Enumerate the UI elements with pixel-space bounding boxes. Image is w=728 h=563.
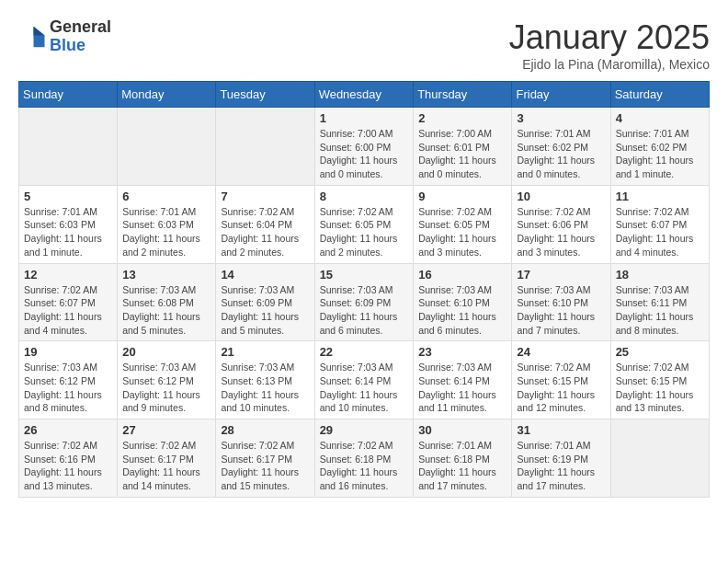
day-number: 13 bbox=[122, 268, 210, 282]
day-info: Sunrise: 7:03 AM Sunset: 6:13 PM Dayligh… bbox=[221, 361, 309, 415]
day-info: Sunrise: 7:01 AM Sunset: 6:02 PM Dayligh… bbox=[616, 127, 704, 181]
day-info: Sunrise: 7:02 AM Sunset: 6:07 PM Dayligh… bbox=[24, 283, 112, 338]
day-info: Sunrise: 7:02 AM Sunset: 6:15 PM Dayligh… bbox=[616, 361, 704, 415]
calendar-title: January 2025 bbox=[509, 18, 710, 57]
day-info: Sunrise: 7:02 AM Sunset: 6:06 PM Dayligh… bbox=[517, 205, 605, 259]
day-number: 27 bbox=[122, 423, 210, 437]
day-number: 14 bbox=[221, 268, 309, 282]
calendar-cell: 18Sunrise: 7:03 AM Sunset: 6:11 PM Dayli… bbox=[610, 263, 709, 341]
calendar-cell: 17Sunrise: 7:03 AM Sunset: 6:10 PM Dayli… bbox=[512, 263, 610, 341]
day-info: Sunrise: 7:02 AM Sunset: 6:05 PM Dayligh… bbox=[418, 205, 506, 259]
day-info: Sunrise: 7:02 AM Sunset: 6:15 PM Dayligh… bbox=[517, 361, 605, 415]
calendar-cell: 24Sunrise: 7:02 AM Sunset: 6:15 PM Dayli… bbox=[512, 341, 610, 419]
calendar-cell: 27Sunrise: 7:02 AM Sunset: 6:17 PM Dayli… bbox=[118, 419, 216, 498]
day-number: 7 bbox=[221, 190, 309, 203]
title-block: January 2025 Ejido la Pina (Maromilla), … bbox=[509, 18, 710, 72]
day-number: 12 bbox=[24, 268, 112, 282]
calendar-cell: 14Sunrise: 7:03 AM Sunset: 6:09 PM Dayli… bbox=[216, 263, 314, 341]
day-number: 2 bbox=[418, 111, 506, 125]
calendar-cell: 13Sunrise: 7:03 AM Sunset: 6:08 PM Dayli… bbox=[118, 263, 216, 341]
calendar-cell: 16Sunrise: 7:03 AM Sunset: 6:10 PM Dayli… bbox=[414, 263, 512, 341]
day-info: Sunrise: 7:01 AM Sunset: 6:03 PM Dayligh… bbox=[24, 205, 112, 259]
day-info: Sunrise: 7:03 AM Sunset: 6:12 PM Dayligh… bbox=[24, 361, 112, 415]
calendar-cell: 12Sunrise: 7:02 AM Sunset: 6:07 PM Dayli… bbox=[19, 263, 118, 341]
calendar-cell: 5Sunrise: 7:01 AM Sunset: 6:03 PM Daylig… bbox=[19, 185, 118, 263]
weekday-header-wednesday: Wednesday bbox=[314, 82, 414, 108]
day-info: Sunrise: 7:03 AM Sunset: 6:09 PM Dayligh… bbox=[320, 283, 409, 338]
day-number: 24 bbox=[517, 345, 605, 359]
calendar-cell bbox=[610, 419, 709, 498]
day-number: 18 bbox=[616, 268, 704, 282]
weekday-header-friday: Friday bbox=[512, 82, 610, 108]
week-row-5: 26Sunrise: 7:02 AM Sunset: 6:16 PM Dayli… bbox=[19, 419, 710, 498]
logo-text: General Blue bbox=[50, 18, 111, 55]
weekday-header-monday: Monday bbox=[118, 82, 216, 108]
day-info: Sunrise: 7:03 AM Sunset: 6:08 PM Dayligh… bbox=[122, 283, 210, 338]
day-info: Sunrise: 7:02 AM Sunset: 6:18 PM Dayligh… bbox=[320, 439, 409, 493]
day-number: 30 bbox=[418, 423, 506, 437]
week-row-3: 12Sunrise: 7:02 AM Sunset: 6:07 PM Dayli… bbox=[19, 263, 710, 341]
day-number: 23 bbox=[418, 345, 506, 359]
calendar-cell: 2Sunrise: 7:00 AM Sunset: 6:01 PM Daylig… bbox=[414, 108, 512, 186]
calendar-cell: 19Sunrise: 7:03 AM Sunset: 6:12 PM Dayli… bbox=[19, 341, 118, 419]
logo: General Blue bbox=[18, 18, 111, 55]
svg-marker-1 bbox=[34, 27, 45, 36]
logo-icon bbox=[18, 23, 46, 51]
day-info: Sunrise: 7:03 AM Sunset: 6:12 PM Dayligh… bbox=[122, 361, 210, 415]
day-number: 17 bbox=[517, 268, 605, 282]
day-number: 16 bbox=[418, 268, 506, 282]
calendar-cell: 25Sunrise: 7:02 AM Sunset: 6:15 PM Dayli… bbox=[610, 341, 709, 419]
calendar-cell: 26Sunrise: 7:02 AM Sunset: 6:16 PM Dayli… bbox=[19, 419, 118, 498]
calendar-cell: 6Sunrise: 7:01 AM Sunset: 6:03 PM Daylig… bbox=[118, 185, 216, 263]
logo-general: General bbox=[50, 18, 111, 37]
day-info: Sunrise: 7:02 AM Sunset: 6:17 PM Dayligh… bbox=[122, 439, 210, 493]
calendar-cell: 3Sunrise: 7:01 AM Sunset: 6:02 PM Daylig… bbox=[512, 108, 610, 186]
day-number: 3 bbox=[517, 111, 605, 125]
day-info: Sunrise: 7:00 AM Sunset: 6:01 PM Dayligh… bbox=[418, 127, 506, 181]
weekday-header-tuesday: Tuesday bbox=[216, 82, 314, 108]
day-number: 22 bbox=[320, 345, 409, 359]
weekday-header-sunday: Sunday bbox=[19, 82, 118, 108]
calendar-cell bbox=[19, 108, 118, 186]
day-info: Sunrise: 7:03 AM Sunset: 6:10 PM Dayligh… bbox=[517, 283, 605, 338]
calendar-cell: 30Sunrise: 7:01 AM Sunset: 6:18 PM Dayli… bbox=[414, 419, 512, 498]
week-row-4: 19Sunrise: 7:03 AM Sunset: 6:12 PM Dayli… bbox=[19, 341, 710, 419]
day-info: Sunrise: 7:02 AM Sunset: 6:17 PM Dayligh… bbox=[221, 439, 309, 493]
day-number: 19 bbox=[24, 345, 112, 359]
day-number: 28 bbox=[221, 423, 309, 437]
day-number: 6 bbox=[122, 190, 210, 203]
weekday-header-saturday: Saturday bbox=[610, 82, 709, 108]
calendar-cell: 29Sunrise: 7:02 AM Sunset: 6:18 PM Dayli… bbox=[314, 419, 414, 498]
calendar-cell: 31Sunrise: 7:01 AM Sunset: 6:19 PM Dayli… bbox=[512, 419, 610, 498]
day-info: Sunrise: 7:03 AM Sunset: 6:09 PM Dayligh… bbox=[221, 283, 309, 338]
day-info: Sunrise: 7:01 AM Sunset: 6:18 PM Dayligh… bbox=[418, 439, 506, 493]
day-info: Sunrise: 7:02 AM Sunset: 6:16 PM Dayligh… bbox=[24, 439, 112, 493]
day-number: 15 bbox=[320, 268, 409, 282]
day-info: Sunrise: 7:03 AM Sunset: 6:14 PM Dayligh… bbox=[418, 361, 506, 415]
day-number: 20 bbox=[122, 345, 210, 359]
calendar-cell: 23Sunrise: 7:03 AM Sunset: 6:14 PM Dayli… bbox=[414, 341, 512, 419]
day-number: 9 bbox=[418, 190, 506, 203]
day-info: Sunrise: 7:03 AM Sunset: 6:14 PM Dayligh… bbox=[320, 361, 409, 415]
day-info: Sunrise: 7:01 AM Sunset: 6:19 PM Dayligh… bbox=[517, 439, 605, 493]
calendar-cell: 10Sunrise: 7:02 AM Sunset: 6:06 PM Dayli… bbox=[512, 185, 610, 263]
calendar-subtitle: Ejido la Pina (Maromilla), Mexico bbox=[509, 57, 710, 72]
weekday-header-thursday: Thursday bbox=[414, 82, 512, 108]
weekday-header-row: SundayMondayTuesdayWednesdayThursdayFrid… bbox=[19, 82, 710, 108]
calendar-cell: 28Sunrise: 7:02 AM Sunset: 6:17 PM Dayli… bbox=[216, 419, 314, 498]
day-number: 29 bbox=[320, 423, 409, 437]
calendar-cell: 7Sunrise: 7:02 AM Sunset: 6:04 PM Daylig… bbox=[216, 185, 314, 263]
calendar-cell: 4Sunrise: 7:01 AM Sunset: 6:02 PM Daylig… bbox=[610, 108, 709, 186]
day-info: Sunrise: 7:03 AM Sunset: 6:10 PM Dayligh… bbox=[418, 283, 506, 338]
calendar-cell: 21Sunrise: 7:03 AM Sunset: 6:13 PM Dayli… bbox=[216, 341, 314, 419]
day-number: 8 bbox=[320, 190, 409, 203]
calendar-cell: 20Sunrise: 7:03 AM Sunset: 6:12 PM Dayli… bbox=[118, 341, 216, 419]
day-info: Sunrise: 7:02 AM Sunset: 6:07 PM Dayligh… bbox=[616, 205, 704, 259]
day-info: Sunrise: 7:02 AM Sunset: 6:05 PM Dayligh… bbox=[320, 205, 409, 259]
day-number: 5 bbox=[24, 190, 112, 203]
day-info: Sunrise: 7:02 AM Sunset: 6:04 PM Dayligh… bbox=[221, 205, 309, 259]
logo-blue: Blue bbox=[50, 37, 111, 55]
day-number: 25 bbox=[616, 345, 704, 359]
calendar-cell bbox=[216, 108, 314, 186]
calendar-cell: 9Sunrise: 7:02 AM Sunset: 6:05 PM Daylig… bbox=[414, 185, 512, 263]
